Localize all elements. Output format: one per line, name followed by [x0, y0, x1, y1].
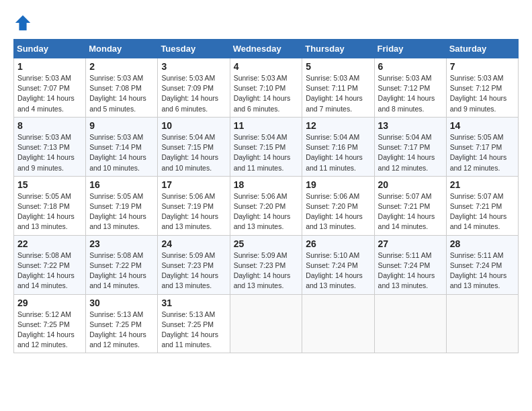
day-number: 16 [89, 179, 154, 190]
calendar-cell: 8 Sunrise: 5:03 AMSunset: 7:13 PMDayligh… [14, 117, 86, 176]
day-number: 5 [306, 61, 370, 72]
logo-icon [13, 13, 32, 32]
calendar-cell: 20 Sunrise: 5:07 AMSunset: 7:21 PMDaylig… [374, 176, 446, 235]
calendar-week-row: 22 Sunrise: 5:08 AMSunset: 7:22 PMDaylig… [14, 235, 519, 294]
day-number: 20 [378, 179, 443, 190]
calendar-cell: 31 Sunrise: 5:13 AMSunset: 7:25 PMDaylig… [158, 294, 230, 353]
day-number: 3 [161, 61, 226, 72]
day-info: Sunrise: 5:08 AMSunset: 7:22 PMDaylight:… [89, 250, 154, 291]
day-number: 1 [17, 61, 82, 72]
calendar-week-row: 15 Sunrise: 5:05 AMSunset: 7:18 PMDaylig… [14, 176, 519, 235]
weekday-header-friday: Friday [374, 40, 446, 58]
page-header [13, 13, 519, 32]
day-info: Sunrise: 5:03 AMSunset: 7:12 PMDaylight:… [378, 73, 443, 114]
calendar-cell: 25 Sunrise: 5:09 AMSunset: 7:23 PMDaylig… [230, 235, 302, 294]
day-info: Sunrise: 5:03 AMSunset: 7:10 PMDaylight:… [234, 73, 299, 114]
calendar-week-row: 8 Sunrise: 5:03 AMSunset: 7:13 PMDayligh… [14, 117, 519, 176]
calendar-cell: 21 Sunrise: 5:07 AMSunset: 7:21 PMDaylig… [446, 176, 518, 235]
day-number: 10 [161, 120, 226, 131]
calendar-cell: 27 Sunrise: 5:11 AMSunset: 7:24 PMDaylig… [374, 235, 446, 294]
day-number: 29 [17, 298, 82, 308]
day-info: Sunrise: 5:04 AMSunset: 7:15 PMDaylight:… [234, 132, 299, 173]
day-info: Sunrise: 5:03 AMSunset: 7:08 PMDaylight:… [89, 73, 154, 114]
day-number: 9 [89, 120, 154, 131]
calendar-cell: 6 Sunrise: 5:03 AMSunset: 7:12 PMDayligh… [374, 58, 446, 118]
calendar-cell: 22 Sunrise: 5:08 AMSunset: 7:22 PMDaylig… [14, 235, 86, 294]
calendar-cell: 3 Sunrise: 5:03 AMSunset: 7:09 PMDayligh… [158, 58, 230, 118]
calendar-cell: 1 Sunrise: 5:03 AMSunset: 7:07 PMDayligh… [14, 58, 86, 118]
day-info: Sunrise: 5:03 AMSunset: 7:13 PMDaylight:… [17, 132, 82, 173]
day-info: Sunrise: 5:06 AMSunset: 7:20 PMDaylight:… [306, 191, 370, 232]
calendar-cell [374, 294, 446, 353]
day-info: Sunrise: 5:09 AMSunset: 7:23 PMDaylight:… [234, 250, 299, 291]
day-number: 8 [17, 120, 82, 131]
day-number: 25 [234, 238, 299, 249]
day-number: 22 [17, 238, 82, 249]
day-info: Sunrise: 5:06 AMSunset: 7:20 PMDaylight:… [234, 191, 299, 232]
day-info: Sunrise: 5:11 AMSunset: 7:24 PMDaylight:… [450, 250, 515, 291]
calendar-cell: 14 Sunrise: 5:05 AMSunset: 7:17 PMDaylig… [446, 117, 518, 176]
day-number: 17 [161, 179, 226, 190]
weekday-header-row: SundayMondayTuesdayWednesdayThursdayFrid… [14, 40, 519, 58]
calendar-cell: 12 Sunrise: 5:04 AMSunset: 7:16 PMDaylig… [302, 117, 374, 176]
calendar-cell: 9 Sunrise: 5:03 AMSunset: 7:14 PMDayligh… [86, 117, 158, 176]
day-info: Sunrise: 5:03 AMSunset: 7:12 PMDaylight:… [450, 73, 515, 114]
calendar-week-row: 1 Sunrise: 5:03 AMSunset: 7:07 PMDayligh… [14, 58, 519, 118]
day-number: 31 [161, 298, 226, 308]
day-number: 12 [306, 120, 370, 131]
day-number: 13 [378, 120, 443, 131]
calendar-cell: 10 Sunrise: 5:04 AMSunset: 7:15 PMDaylig… [158, 117, 230, 176]
day-info: Sunrise: 5:04 AMSunset: 7:17 PMDaylight:… [378, 132, 443, 173]
calendar-cell: 19 Sunrise: 5:06 AMSunset: 7:20 PMDaylig… [302, 176, 374, 235]
weekday-header-tuesday: Tuesday [158, 40, 230, 58]
weekday-header-saturday: Saturday [446, 40, 518, 58]
day-number: 26 [306, 238, 370, 249]
weekday-header-thursday: Thursday [302, 40, 374, 58]
day-number: 15 [17, 179, 82, 190]
day-info: Sunrise: 5:03 AMSunset: 7:11 PMDaylight:… [306, 73, 370, 114]
day-number: 2 [89, 61, 154, 72]
calendar-cell: 7 Sunrise: 5:03 AMSunset: 7:12 PMDayligh… [446, 58, 518, 118]
day-info: Sunrise: 5:12 AMSunset: 7:25 PMDaylight:… [17, 310, 82, 351]
day-info: Sunrise: 5:05 AMSunset: 7:18 PMDaylight:… [17, 191, 82, 232]
day-number: 11 [234, 120, 299, 131]
day-number: 21 [450, 179, 515, 190]
day-number: 24 [161, 238, 226, 249]
day-number: 14 [450, 120, 515, 131]
calendar-cell: 17 Sunrise: 5:06 AMSunset: 7:19 PMDaylig… [158, 176, 230, 235]
calendar-week-row: 29 Sunrise: 5:12 AMSunset: 7:25 PMDaylig… [14, 294, 519, 353]
calendar-cell [446, 294, 518, 353]
calendar-cell: 5 Sunrise: 5:03 AMSunset: 7:11 PMDayligh… [302, 58, 374, 118]
day-info: Sunrise: 5:04 AMSunset: 7:16 PMDaylight:… [306, 132, 370, 173]
svg-marker-0 [15, 15, 30, 30]
day-info: Sunrise: 5:05 AMSunset: 7:19 PMDaylight:… [89, 191, 154, 232]
day-info: Sunrise: 5:11 AMSunset: 7:24 PMDaylight:… [378, 250, 443, 291]
calendar-cell: 2 Sunrise: 5:03 AMSunset: 7:08 PMDayligh… [86, 58, 158, 118]
calendar-cell: 26 Sunrise: 5:10 AMSunset: 7:24 PMDaylig… [302, 235, 374, 294]
calendar-cell: 29 Sunrise: 5:12 AMSunset: 7:25 PMDaylig… [14, 294, 86, 353]
day-number: 27 [378, 238, 443, 249]
day-info: Sunrise: 5:07 AMSunset: 7:21 PMDaylight:… [378, 191, 443, 232]
day-number: 19 [306, 179, 370, 190]
calendar-cell: 13 Sunrise: 5:04 AMSunset: 7:17 PMDaylig… [374, 117, 446, 176]
calendar-cell [302, 294, 374, 353]
day-number: 4 [234, 61, 299, 72]
calendar-cell: 28 Sunrise: 5:11 AMSunset: 7:24 PMDaylig… [446, 235, 518, 294]
day-info: Sunrise: 5:03 AMSunset: 7:09 PMDaylight:… [161, 73, 226, 114]
calendar-cell: 15 Sunrise: 5:05 AMSunset: 7:18 PMDaylig… [14, 176, 86, 235]
day-info: Sunrise: 5:03 AMSunset: 7:14 PMDaylight:… [89, 132, 154, 173]
day-number: 28 [450, 238, 515, 249]
day-number: 18 [234, 179, 299, 190]
day-number: 30 [89, 298, 154, 308]
calendar-cell [230, 294, 302, 353]
day-info: Sunrise: 5:05 AMSunset: 7:17 PMDaylight:… [450, 132, 515, 173]
day-info: Sunrise: 5:08 AMSunset: 7:22 PMDaylight:… [17, 250, 82, 291]
calendar-cell: 16 Sunrise: 5:05 AMSunset: 7:19 PMDaylig… [86, 176, 158, 235]
calendar-cell: 18 Sunrise: 5:06 AMSunset: 7:20 PMDaylig… [230, 176, 302, 235]
day-info: Sunrise: 5:10 AMSunset: 7:24 PMDaylight:… [306, 250, 370, 291]
day-number: 7 [450, 61, 515, 72]
day-info: Sunrise: 5:09 AMSunset: 7:23 PMDaylight:… [161, 250, 226, 291]
calendar-cell: 24 Sunrise: 5:09 AMSunset: 7:23 PMDaylig… [158, 235, 230, 294]
day-number: 6 [378, 61, 443, 72]
calendar-table: SundayMondayTuesdayWednesdayThursdayFrid… [13, 39, 519, 353]
